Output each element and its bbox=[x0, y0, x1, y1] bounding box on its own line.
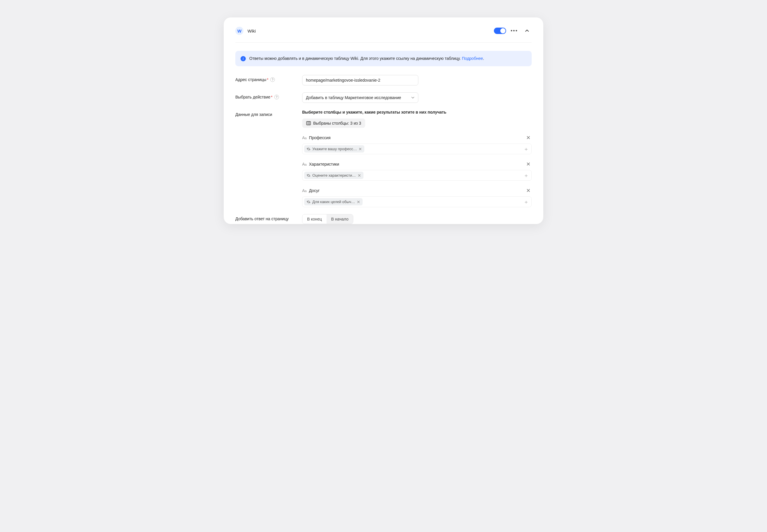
collapse-button[interactable] bbox=[522, 26, 532, 35]
help-icon[interactable]: ? bbox=[270, 77, 275, 82]
label-action: Выбрать действие* ? bbox=[235, 92, 302, 99]
page-address-input[interactable]: homepage/marketingovoe-issledovanie-2 bbox=[302, 75, 418, 85]
row-action: Выбрать действие* ? Добавить в таблицу М… bbox=[235, 92, 532, 103]
label-page-address: Адрес страницы* ? bbox=[235, 75, 302, 82]
question-tag[interactable]: Укажите вашу професс…✕ bbox=[304, 145, 364, 153]
column-name: Профессия bbox=[309, 135, 525, 140]
form: Адрес страницы* ? homepage/marketingovoe… bbox=[235, 75, 532, 224]
column-head: AaДосуг✕ bbox=[302, 187, 532, 194]
position-option[interactable]: В начало bbox=[327, 214, 353, 224]
question-tag-label: Оцените характеристи… bbox=[312, 173, 356, 178]
chevron-down-icon bbox=[411, 96, 415, 99]
text-type-icon: Aa bbox=[302, 162, 307, 166]
question-tag-label: Укажите вашу професс… bbox=[312, 147, 357, 151]
more-icon: ••• bbox=[511, 28, 518, 33]
remove-column-button[interactable]: ✕ bbox=[525, 134, 532, 141]
enable-toggle[interactable] bbox=[494, 28, 506, 34]
add-answer-position-toggle[interactable]: В конецВ начало bbox=[302, 214, 353, 224]
gear-icon bbox=[307, 173, 311, 178]
remove-tag-button[interactable]: ✕ bbox=[359, 147, 362, 151]
column-name: Досуг bbox=[309, 188, 525, 193]
question-tag-label: Для каких целей обыч… bbox=[312, 200, 355, 204]
row-add-answer: Добавить ответ на страницу В конецВ нача… bbox=[235, 214, 532, 224]
column-tag-row[interactable]: Для каких целей обыч…✕＋ bbox=[302, 196, 532, 207]
remove-column-button[interactable]: ✕ bbox=[525, 161, 532, 168]
wiki-badge-icon: W bbox=[235, 27, 243, 35]
add-tag-button[interactable]: ＋ bbox=[523, 146, 530, 153]
label-add-answer: Добавить ответ на страницу bbox=[235, 214, 302, 221]
chevron-up-icon bbox=[525, 28, 529, 33]
action-select[interactable]: Добавить в таблицу Маркетинговое исследо… bbox=[302, 92, 418, 103]
question-tag[interactable]: Оцените характеристи…✕ bbox=[304, 172, 363, 179]
info-banner: i Ответы можно добавлять и в динамическу… bbox=[235, 51, 532, 66]
gear-icon bbox=[307, 200, 311, 204]
column-tag-row[interactable]: Оцените характеристи…✕＋ bbox=[302, 170, 532, 181]
remove-tag-button[interactable]: ✕ bbox=[357, 200, 360, 204]
column-head: AaПрофессия✕ bbox=[302, 134, 532, 141]
remove-column-button[interactable]: ✕ bbox=[525, 187, 532, 194]
section-header: W Wiki ••• bbox=[235, 17, 532, 43]
position-option[interactable]: В конец bbox=[302, 214, 327, 224]
column-tag-row[interactable]: Укажите вашу професс…✕＋ bbox=[302, 144, 532, 154]
column-head: AaХарактеристики✕ bbox=[302, 161, 532, 168]
svg-rect-0 bbox=[307, 121, 311, 125]
columns-selected-button[interactable]: Выбраны столбцы: 3 из 3 bbox=[302, 119, 365, 128]
column-name: Характеристики bbox=[309, 162, 525, 166]
data-entry-heading: Выберите столбцы и укажите, какие резуль… bbox=[302, 110, 532, 114]
column-block: AaДосуг✕Для каких целей обыч…✕＋ bbox=[302, 187, 532, 207]
help-icon[interactable]: ? bbox=[274, 95, 279, 99]
info-text: Ответы можно добавлять и в динамическую … bbox=[249, 55, 484, 62]
text-type-icon: Aa bbox=[302, 135, 307, 140]
text-type-icon: Aa bbox=[302, 188, 307, 193]
columns-icon bbox=[306, 121, 311, 125]
remove-tag-button[interactable]: ✕ bbox=[358, 173, 361, 178]
more-menu-button[interactable]: ••• bbox=[510, 26, 519, 35]
column-block: AaПрофессия✕Укажите вашу професс…✕＋ bbox=[302, 134, 532, 154]
add-tag-button[interactable]: ＋ bbox=[523, 198, 530, 205]
row-data-entry: Данные для записи Выберите столбцы и ука… bbox=[235, 110, 532, 207]
info-icon: i bbox=[241, 56, 246, 61]
settings-card: W Wiki ••• i Ответы можно добавлять и в … bbox=[224, 17, 543, 224]
label-data-entry: Данные для записи bbox=[235, 110, 302, 117]
gear-icon bbox=[307, 147, 311, 151]
info-learn-more-link[interactable]: Подробнее bbox=[462, 56, 483, 61]
column-block: AaХарактеристики✕Оцените характеристи…✕＋ bbox=[302, 161, 532, 181]
row-page-address: Адрес страницы* ? homepage/marketingovoe… bbox=[235, 75, 532, 85]
question-tag[interactable]: Для каких целей обыч…✕ bbox=[304, 198, 363, 205]
add-tag-button[interactable]: ＋ bbox=[523, 172, 530, 179]
section-title: Wiki bbox=[248, 28, 494, 33]
